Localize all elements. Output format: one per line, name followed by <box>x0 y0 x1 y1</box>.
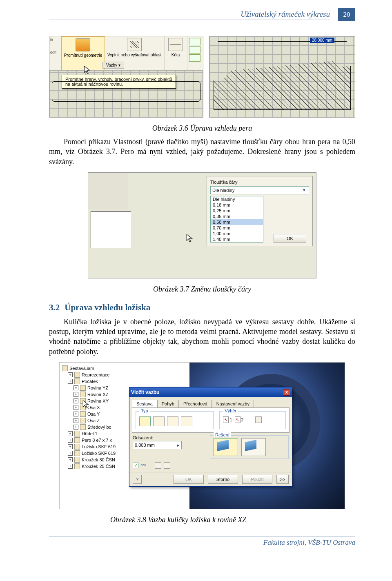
node-icon <box>74 450 80 456</box>
expand-icon[interactable]: + <box>74 398 78 403</box>
thickness-option[interactable]: 0,35 mm <box>211 214 263 219</box>
constraint-icons[interactable] <box>187 36 203 70</box>
insert-constraint-dialog: Vložit vazbu × SestavaPohybPřechodováNas… <box>129 387 292 487</box>
dialog-tab[interactable]: Nastavení vazby <box>212 400 254 407</box>
tree-item[interactable]: +Ložisko SKF 619 <box>62 443 138 450</box>
pick-option-toggle[interactable] <box>255 416 262 423</box>
tree-item[interactable]: +Rovina YZ <box>62 385 138 391</box>
expand-icon[interactable]: + <box>74 412 78 416</box>
expand-icon[interactable]: + <box>74 385 78 390</box>
thickness-option[interactable]: Dle hladiny <box>211 196 263 202</box>
thickness-option[interactable]: 0,18 mm <box>211 202 263 208</box>
cursor-icon <box>186 234 194 244</box>
node-icon <box>74 372 80 378</box>
group-type-label: Typ <box>139 408 150 413</box>
preview-checkbox[interactable]: ✓ <box>133 463 138 468</box>
constraint-type-insert[interactable] <box>181 416 192 426</box>
tree-item[interactable]: +Kroužek 30 ČSN <box>62 456 138 463</box>
thickness-option[interactable]: 1,40 mm <box>211 236 263 242</box>
pick-arrow-1-icon[interactable]: ↖ <box>223 416 229 423</box>
dimension-value[interactable]: 28,000 mm <box>310 38 334 43</box>
dialog-title: Vložit vazbu <box>131 390 159 395</box>
tree-root[interactable]: Sestava.iam <box>69 366 94 371</box>
thickness-option[interactable]: 0,25 mm <box>211 208 263 214</box>
cancel-button[interactable]: Storno <box>208 475 238 484</box>
option-toggle-2[interactable] <box>164 462 170 469</box>
solution-mate[interactable] <box>214 438 238 456</box>
expand-icon[interactable]: + <box>74 392 78 397</box>
tree-item[interactable]: +Osa Y <box>62 411 138 417</box>
hatch-icon <box>127 38 142 51</box>
pick-arrow-2-icon[interactable]: ↖ <box>235 416 241 423</box>
apply-button[interactable]: Použít <box>242 475 272 484</box>
solution-label: Řešení <box>214 432 231 437</box>
dialog-tab[interactable]: Sestava <box>132 400 157 407</box>
polygon-button-fragment[interactable]: gon <box>50 50 60 54</box>
paragraph-1: Pomocí příkazu Vlastnosti (pravé tlačítk… <box>49 137 355 167</box>
dimension-button[interactable]: Kóta <box>165 36 187 70</box>
tree-item[interactable]: +Rovina XY <box>62 398 138 404</box>
constraint-type-angle[interactable] <box>153 416 165 426</box>
thickness-current: Dle hladiny <box>212 188 234 193</box>
tree-item[interactable]: +Středový bo <box>62 424 138 430</box>
solution-flush[interactable] <box>241 438 266 456</box>
expand-button[interactable]: >> <box>276 475 289 484</box>
expand-icon[interactable]: + <box>68 379 73 384</box>
tree-item[interactable]: +Počátek <box>62 378 138 385</box>
chevron-right-icon[interactable]: ▸ <box>177 443 180 448</box>
assembly-icon <box>62 365 68 371</box>
tree-item[interactable]: +Kroužek 25 ČSN <box>62 463 138 470</box>
expand-icon[interactable]: + <box>74 405 78 410</box>
expand-icon[interactable]: + <box>68 444 73 449</box>
node-icon <box>80 418 86 423</box>
figure-3-7-caption: Obrázek 3.7 Změna tloušťky čáry <box>49 285 355 294</box>
constraint-type-mate[interactable] <box>139 416 151 426</box>
node-icon <box>80 411 86 417</box>
figure-3-6-left: lit gon Promítnutí geometrie Vyplnit neb… <box>49 36 203 118</box>
node-icon <box>74 431 80 436</box>
help-button[interactable]: ? <box>133 475 142 484</box>
expand-icon[interactable]: + <box>68 464 73 469</box>
project-geometry-button[interactable]: Promítnutí geometrie <box>61 36 105 70</box>
option-toggle-1[interactable] <box>155 462 161 469</box>
glasses-icon: 👓 <box>141 462 152 469</box>
ok-button[interactable]: OK <box>174 475 204 484</box>
thickness-option[interactable]: 1,00 mm <box>211 231 263 236</box>
node-icon <box>80 392 86 397</box>
figure-3-6-right: 28,000 mm <box>209 36 355 118</box>
tree-item[interactable]: +Osa X <box>62 404 138 411</box>
node-icon <box>74 378 80 384</box>
node-icon <box>74 437 80 443</box>
expand-icon[interactable]: + <box>74 425 78 430</box>
tree-item[interactable]: +Osa Z <box>62 417 138 424</box>
thickness-listbox[interactable]: Dle hladiny0,18 mm0,25 mm0,35 mm0,50 mm0… <box>210 196 263 243</box>
close-icon[interactable]: × <box>283 389 290 396</box>
tree-item[interactable]: +Hřídel:1 <box>62 430 138 437</box>
expand-icon[interactable]: + <box>68 438 73 443</box>
thickness-combobox[interactable]: Dle hladiny ▾ <box>210 186 309 194</box>
expand-icon[interactable]: + <box>68 431 73 436</box>
expand-icon[interactable]: + <box>68 451 73 456</box>
cursor-icon <box>84 66 91 75</box>
split-button-fragment[interactable]: lit <box>50 38 60 42</box>
ok-button[interactable]: OK <box>274 234 306 243</box>
dialog-tab[interactable]: Pohyb <box>157 400 179 407</box>
tree-item[interactable]: +Pero 8 e7 x 7 x <box>62 437 138 443</box>
constraints-dropdown[interactable]: Vazby ▾ <box>102 62 124 69</box>
expand-icon[interactable]: + <box>74 418 78 423</box>
expand-icon[interactable]: + <box>68 457 73 462</box>
offset-label: Odsazení: <box>133 435 204 440</box>
thickness-option[interactable]: 0,70 mm <box>211 225 263 231</box>
tree-item[interactable]: +Ložisko SKF 619 <box>62 450 138 456</box>
expand-icon[interactable]: + <box>68 372 73 377</box>
tree-item[interactable]: +Rovina XZ <box>62 391 138 398</box>
constraint-type-tangent[interactable] <box>167 416 178 426</box>
node-icon <box>80 385 86 391</box>
thickness-option[interactable]: 0,50 mm <box>211 219 263 225</box>
cursor-icon <box>82 400 90 410</box>
project-geometry-icon <box>76 38 90 51</box>
tree-item[interactable]: +Reprezentace <box>62 372 138 378</box>
figure-3-8-caption: Obrázek 3.8 Vazba kuličky ložiska k rovi… <box>110 516 355 524</box>
offset-input[interactable]: 0,000 mm▸ <box>133 441 182 449</box>
dialog-tab[interactable]: Přechodová <box>179 400 212 407</box>
